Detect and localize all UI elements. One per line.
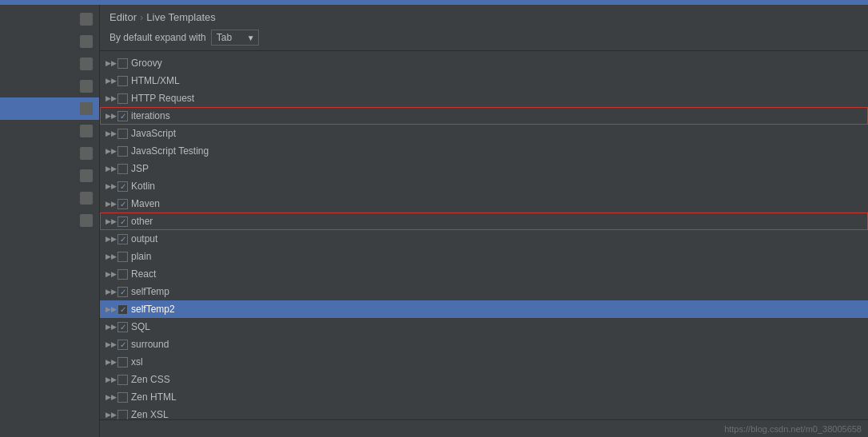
label-selftemp: selfTemp (131, 286, 169, 297)
expand-arrow-zen_xsl[interactable]: ▶ (106, 410, 116, 419)
expand-arrow-javascript[interactable]: ▶ (106, 129, 116, 138)
tree-item-zen_xsl[interactable]: ▶Zen XSL (100, 406, 868, 419)
left-panel-icon-8 (80, 169, 93, 182)
left-panel-item-10[interactable] (0, 209, 99, 232)
left-panel-item-9[interactable] (0, 187, 99, 209)
expand-arrow-xsl[interactable]: ▶ (106, 357, 116, 367)
tree-item-html_xml[interactable]: ▶HTML/XML (100, 72, 868, 89)
left-panel-item-7[interactable] (0, 142, 99, 165)
tree-item-jsp[interactable]: ▶JSP (100, 160, 868, 177)
tree-item-output[interactable]: ▶output (100, 230, 868, 248)
expand-arrow-groovy[interactable]: ▶ (106, 58, 116, 68)
expand-arrow-jsp[interactable]: ▶ (106, 164, 116, 173)
checkbox-surround[interactable] (117, 340, 128, 350)
tree-item-kotlin[interactable]: ▶Kotlin (100, 177, 868, 195)
expand-arrow-http_request[interactable]: ▶ (106, 93, 116, 103)
checkbox-zen_xsl[interactable] (117, 410, 128, 420)
checkbox-javascript_testing[interactable] (117, 146, 128, 157)
label-html_xml: HTML/XML (131, 75, 180, 86)
checkbox-javascript[interactable] (117, 129, 128, 139)
tree-item-surround[interactable]: ▶surround (100, 336, 868, 353)
tree-item-zen_html[interactable]: ▶Zen HTML (100, 388, 868, 406)
left-panel-item-1[interactable] (0, 8, 99, 30)
tree-item-xsl[interactable]: ▶xsl (100, 353, 868, 371)
label-xsl: xsl (131, 356, 143, 367)
breadcrumb: Editor › Live Templates (109, 11, 858, 23)
dropdown-value: Tab (217, 32, 232, 43)
checkbox-zen_html[interactable] (117, 392, 128, 403)
label-output: output (131, 233, 157, 244)
expand-arrow-selftemp2[interactable]: ▶ (106, 304, 116, 314)
expand-arrow-iterations[interactable]: ▶ (106, 111, 116, 121)
left-panel-item-3[interactable] (0, 53, 99, 75)
left-panel-icon-5 (80, 102, 93, 115)
tree-item-react[interactable]: ▶React (100, 265, 868, 283)
tree-item-javascript_testing[interactable]: ▶JavaScript Testing (100, 142, 868, 160)
settings-header: Editor › Live Templates By default expan… (100, 5, 868, 51)
checkbox-other[interactable] (117, 217, 128, 227)
tree-item-groovy[interactable]: ▶Groovy (100, 54, 868, 72)
left-panel-icon-7 (80, 147, 93, 160)
left-panel-icon-6 (80, 125, 93, 137)
left-panel-item-5[interactable] (0, 97, 99, 120)
left-panel-item-6[interactable] (0, 120, 99, 142)
template-list[interactable]: ▶Groovy▶HTML/XML▶HTTP Request▶iterations… (100, 51, 868, 419)
checkbox-react[interactable] (117, 269, 128, 280)
expand-arrow-javascript_testing[interactable]: ▶ (106, 146, 116, 156)
label-other: other (131, 216, 153, 227)
tree-item-other[interactable]: ▶other (100, 213, 868, 230)
checkbox-sql[interactable] (117, 322, 128, 332)
label-iterations: iterations (131, 110, 170, 121)
tree-item-zen_css[interactable]: ▶Zen CSS (100, 371, 868, 388)
expand-arrow-plain[interactable]: ▶ (106, 252, 116, 261)
checkbox-xsl[interactable] (117, 357, 128, 367)
label-javascript: JavaScript (131, 128, 176, 139)
expand-arrow-maven[interactable]: ▶ (106, 199, 116, 209)
expand-arrow-html_xml[interactable]: ▶ (106, 76, 116, 85)
tree-item-selftemp[interactable]: ▶selfTemp (100, 283, 868, 300)
left-panel-item-8[interactable] (0, 165, 99, 187)
expand-arrow-output[interactable]: ▶ (106, 234, 116, 244)
main-layout: Editor › Live Templates By default expan… (0, 5, 868, 437)
expand-arrow-selftemp[interactable]: ▶ (106, 287, 116, 296)
checkbox-selftemp[interactable] (117, 287, 128, 297)
checkbox-maven[interactable] (117, 199, 128, 209)
label-zen_xsl: Zen XSL (131, 409, 169, 419)
tree-item-selftemp2[interactable]: ▶selfTemp2 (100, 300, 868, 318)
expand-dropdown[interactable]: Tab ▼ (211, 30, 259, 46)
tree-item-sql[interactable]: ▶SQL (100, 318, 868, 336)
expand-arrow-kotlin[interactable]: ▶ (106, 181, 116, 191)
label-http_request: HTTP Request (131, 93, 194, 104)
tree-item-plain[interactable]: ▶plain (100, 248, 868, 265)
checkbox-kotlin[interactable] (117, 181, 128, 192)
left-panel-item-4[interactable] (0, 75, 99, 97)
label-react: React (131, 268, 156, 280)
checkbox-selftemp2[interactable] (117, 304, 128, 315)
expand-arrow-surround[interactable]: ▶ (106, 340, 116, 349)
checkbox-iterations[interactable] (117, 111, 128, 121)
checkbox-groovy[interactable] (117, 58, 128, 69)
expand-arrow-zen_html[interactable]: ▶ (106, 392, 116, 402)
label-jsp: JSP (131, 163, 149, 174)
tree-item-http_request[interactable]: ▶HTTP Request (100, 89, 868, 107)
checkbox-output[interactable] (117, 234, 128, 244)
tree-item-maven[interactable]: ▶Maven (100, 195, 868, 213)
label-zen_html: Zen HTML (131, 391, 177, 403)
left-panel-icon-3 (80, 58, 93, 70)
left-panel-icon-1 (80, 13, 93, 26)
checkbox-html_xml[interactable] (117, 76, 128, 86)
tree-item-iterations[interactable]: ▶iterations (100, 107, 868, 125)
left-panel-item-2[interactable] (0, 30, 99, 53)
checkbox-zen_css[interactable] (117, 375, 128, 385)
checkbox-plain[interactable] (117, 252, 128, 262)
checkbox-http_request[interactable] (117, 93, 128, 104)
expand-arrow-react[interactable]: ▶ (106, 269, 116, 279)
expand-label: By default expand with (109, 32, 206, 43)
checkbox-jsp[interactable] (117, 164, 128, 174)
tree-item-javascript[interactable]: ▶JavaScript (100, 125, 868, 142)
right-panel: Editor › Live Templates By default expan… (100, 5, 868, 437)
expand-arrow-sql[interactable]: ▶ (106, 322, 116, 332)
label-selftemp2: selfTemp2 (131, 304, 175, 315)
expand-arrow-zen_css[interactable]: ▶ (106, 375, 116, 384)
expand-arrow-other[interactable]: ▶ (106, 217, 116, 226)
